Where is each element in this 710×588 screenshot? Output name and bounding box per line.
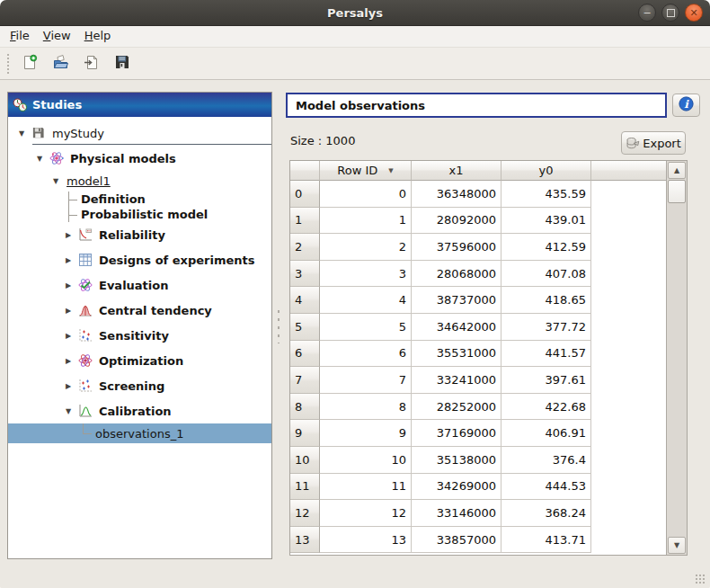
- row-header[interactable]: 5: [290, 314, 320, 341]
- cell-row-id[interactable]: 0: [320, 181, 412, 208]
- tree-item-physical-models[interactable]: ▼Physical models: [8, 147, 271, 170]
- column-header-row-id[interactable]: Row ID▼: [320, 161, 412, 181]
- cell-y0[interactable]: 406.91: [501, 420, 591, 447]
- row-header[interactable]: 11: [290, 474, 320, 501]
- cell-x1[interactable]: 35531000: [412, 341, 501, 368]
- row-header[interactable]: 10: [290, 447, 320, 474]
- scrollbar-track[interactable]: [667, 203, 687, 536]
- row-header[interactable]: 12: [290, 500, 320, 527]
- tree-item-model1[interactable]: ▼model1: [8, 170, 271, 192]
- row-header[interactable]: 4: [290, 287, 320, 314]
- export-button[interactable]: Export: [621, 131, 686, 155]
- cell-x1[interactable]: 28092000: [412, 208, 501, 235]
- cell-y0[interactable]: 376.4: [501, 447, 591, 474]
- tree-item-probabilistic-model[interactable]: Probabilistic model: [8, 207, 271, 222]
- row-header[interactable]: 2: [290, 234, 320, 261]
- scroll-up-button[interactable]: ▲: [668, 162, 686, 179]
- tree-item-sensitivity[interactable]: ▶Sensitivity: [8, 323, 271, 348]
- close-button[interactable]: ✕: [685, 4, 703, 22]
- resize-grip[interactable]: [695, 574, 706, 584]
- info-button[interactable]: i: [672, 94, 700, 117]
- cell-x1[interactable]: 37596000: [412, 234, 501, 261]
- splitter-handle[interactable]: [275, 307, 282, 343]
- cell-row-id[interactable]: 9: [320, 420, 412, 447]
- cell-y0[interactable]: 412.59: [501, 234, 591, 261]
- cell-row-id[interactable]: 7: [320, 367, 412, 394]
- tree-item-evaluation[interactable]: ▶Evaluation: [8, 272, 271, 298]
- scroll-down-button[interactable]: ▼: [668, 537, 686, 554]
- cell-y0[interactable]: 418.65: [501, 287, 591, 314]
- tree-item-definition[interactable]: Definition: [8, 192, 271, 207]
- cell-x1[interactable]: 34269000: [412, 474, 501, 501]
- tree-item-optimization[interactable]: ▶Optimization: [8, 348, 271, 373]
- tree-item-calibration[interactable]: ▼Calibration: [8, 398, 271, 423]
- row-header[interactable]: 8: [290, 394, 320, 421]
- tree-item-observations-1[interactable]: observations_1: [8, 423, 271, 443]
- expand-arrow-icon[interactable]: ▶: [66, 231, 78, 239]
- expand-arrow-icon[interactable]: ▶: [66, 357, 78, 365]
- tree-item-screening[interactable]: ▶Screening: [8, 373, 271, 398]
- cell-y0[interactable]: 441.57: [501, 341, 591, 368]
- toolbar-drag-handle[interactable]: [6, 53, 11, 75]
- cell-row-id[interactable]: 12: [320, 500, 412, 527]
- expand-arrow-icon[interactable]: ▶: [66, 256, 78, 264]
- collapse-arrow-icon[interactable]: ▼: [19, 129, 31, 138]
- cell-x1[interactable]: 34642000: [412, 314, 501, 341]
- row-header[interactable]: 9: [290, 420, 320, 447]
- menu-help[interactable]: Help: [84, 26, 120, 47]
- expand-arrow-icon[interactable]: ▶: [66, 281, 78, 290]
- cell-row-id[interactable]: 1: [320, 208, 412, 235]
- expand-arrow-icon[interactable]: ▶: [66, 307, 78, 315]
- row-header[interactable]: 7: [290, 367, 320, 394]
- table-corner-header[interactable]: [290, 161, 320, 181]
- cell-y0[interactable]: 435.59: [501, 181, 591, 208]
- cell-y0[interactable]: 439.01: [501, 208, 591, 235]
- row-header[interactable]: 6: [290, 341, 320, 368]
- cell-x1[interactable]: 37169000: [412, 420, 501, 447]
- cell-row-id[interactable]: 3: [320, 261, 412, 288]
- cell-x1[interactable]: 33857000: [412, 527, 501, 554]
- cell-y0[interactable]: 368.24: [501, 500, 591, 527]
- cell-y0[interactable]: 413.71: [501, 527, 591, 554]
- cell-x1[interactable]: 35138000: [412, 447, 501, 474]
- row-header[interactable]: 13: [290, 527, 320, 554]
- cell-x1[interactable]: 38737000: [412, 287, 501, 314]
- new-study-button[interactable]: [16, 50, 44, 76]
- tree-item-mystudy[interactable]: ▼myStudy: [8, 121, 271, 145]
- cell-row-id[interactable]: 4: [320, 287, 412, 314]
- scrollbar-thumb[interactable]: [668, 180, 686, 203]
- cell-row-id[interactable]: 13: [320, 527, 412, 554]
- cell-row-id[interactable]: 8: [320, 394, 412, 421]
- cell-row-id[interactable]: 6: [320, 341, 412, 368]
- cell-row-id[interactable]: 10: [320, 447, 412, 474]
- menu-view[interactable]: View: [42, 26, 79, 47]
- import-python-script-button[interactable]: [77, 50, 105, 76]
- collapse-arrow-icon[interactable]: ▼: [66, 407, 78, 415]
- cell-x1[interactable]: 28068000: [412, 261, 501, 288]
- row-header[interactable]: 3: [290, 261, 320, 288]
- menu-file[interactable]: File: [9, 26, 38, 47]
- cell-row-id[interactable]: 5: [320, 314, 412, 341]
- expand-arrow-icon[interactable]: ▶: [66, 382, 78, 390]
- cell-y0[interactable]: 397.61: [501, 367, 591, 394]
- cell-x1[interactable]: 33146000: [412, 500, 501, 527]
- collapse-arrow-icon[interactable]: ▼: [37, 155, 49, 163]
- cell-x1[interactable]: 28252000: [412, 394, 501, 421]
- open-study-button[interactable]: [47, 50, 75, 76]
- title-bar[interactable]: Persalys −✕: [0, 0, 710, 26]
- cell-y0[interactable]: 422.68: [501, 394, 591, 421]
- tree-item-reliability[interactable]: ▶Reliability: [8, 222, 271, 247]
- column-header-x1[interactable]: x1: [412, 161, 501, 181]
- vertical-scrollbar[interactable]: ▲ ▼: [666, 161, 687, 555]
- cell-x1[interactable]: 33241000: [412, 367, 501, 394]
- cell-y0[interactable]: 444.53: [501, 474, 591, 501]
- row-header[interactable]: 0: [290, 181, 320, 208]
- cell-y0[interactable]: 377.72: [501, 314, 591, 341]
- collapse-arrow-icon[interactable]: ▼: [53, 177, 66, 185]
- cell-y0[interactable]: 407.08: [501, 261, 591, 288]
- row-header[interactable]: 1: [290, 208, 320, 235]
- column-header-y0[interactable]: y0: [501, 161, 591, 181]
- tree-item-central-tendency[interactable]: ▶Central tendency: [8, 298, 271, 323]
- minimize-button[interactable]: −: [638, 4, 656, 22]
- save-study-button[interactable]: [108, 50, 136, 76]
